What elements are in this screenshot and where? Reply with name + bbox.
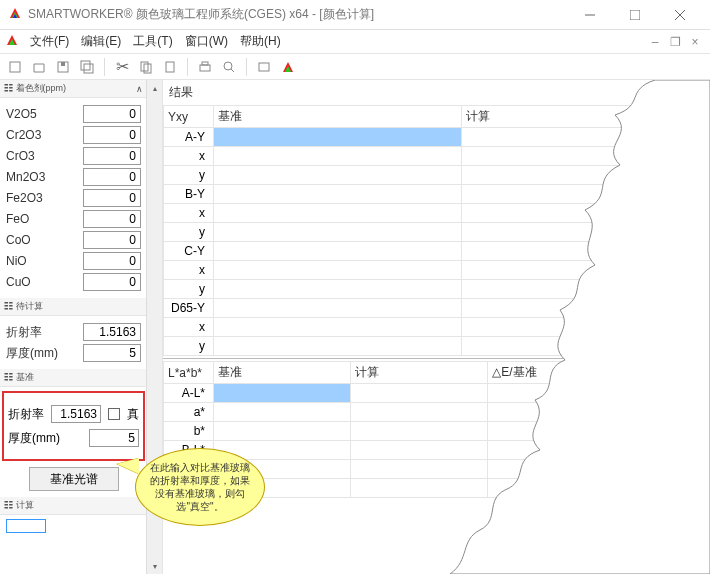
cell-calc[interactable] (462, 204, 710, 223)
table-row: x (164, 318, 710, 337)
toolbar-print-icon[interactable] (194, 56, 216, 78)
menu-help[interactable]: 帮助(H) (234, 31, 287, 52)
cell-base[interactable] (214, 242, 462, 261)
toolbar-preview-icon[interactable] (218, 56, 240, 78)
colorant-row: CoO (6, 231, 141, 249)
cell-calc[interactable] (351, 422, 488, 441)
colorant-input[interactable] (83, 189, 141, 207)
menu-window[interactable]: 窗口(W) (179, 31, 234, 52)
cell-base[interactable] (214, 280, 462, 299)
cell-base[interactable] (214, 384, 351, 403)
colorant-label: CrO3 (6, 149, 35, 163)
colorant-label: NiO (6, 254, 27, 268)
mdi-close-icon[interactable]: × (686, 34, 704, 50)
cell-calc[interactable] (351, 460, 488, 479)
cell-base[interactable] (214, 223, 462, 242)
cell-base[interactable] (214, 128, 462, 147)
cell-base[interactable] (214, 422, 351, 441)
colorant-input[interactable] (83, 105, 141, 123)
compute-field[interactable] (6, 519, 46, 533)
toolbar-save-icon[interactable] (52, 56, 74, 78)
cell-calc[interactable] (462, 147, 710, 166)
maximize-button[interactable] (612, 1, 657, 29)
cell-calc[interactable] (351, 441, 488, 460)
scroll-up-icon[interactable]: ▴ (147, 80, 162, 96)
cell-calc[interactable] (351, 403, 488, 422)
cell-base[interactable] (214, 261, 462, 280)
toolbar-cut-icon[interactable]: ✂ (111, 56, 133, 78)
cell-calc[interactable] (462, 318, 710, 337)
colorant-input[interactable] (83, 252, 141, 270)
colorant-input[interactable] (83, 126, 141, 144)
toolbar-new-icon[interactable] (4, 56, 26, 78)
menu-file[interactable]: 文件(F) (24, 31, 75, 52)
refraction-input[interactable] (83, 323, 141, 341)
menu-tools[interactable]: 工具(T) (127, 31, 178, 52)
cell-calc[interactable] (462, 280, 710, 299)
cell-de[interactable] (488, 479, 710, 498)
thickness-input[interactable] (83, 344, 141, 362)
svg-rect-13 (84, 64, 93, 73)
base-thickness-input[interactable] (89, 429, 139, 447)
svg-line-20 (231, 69, 234, 72)
cell-base[interactable] (214, 299, 462, 318)
cell-base[interactable] (214, 166, 462, 185)
menu-edit[interactable]: 编辑(E) (75, 31, 127, 52)
cell-calc[interactable] (462, 128, 710, 147)
colorant-input[interactable] (83, 147, 141, 165)
toolbar-copy-icon[interactable] (135, 56, 157, 78)
tocompute-panel-header[interactable]: ☷ 待计算 (0, 298, 147, 316)
table-row: a* (164, 403, 710, 422)
cell-de[interactable] (488, 441, 710, 460)
refraction-row: 折射率 (6, 323, 141, 341)
collapse-up-icon[interactable]: ∧ (136, 84, 143, 94)
cell-calc[interactable] (462, 337, 710, 356)
colorant-input[interactable] (83, 168, 141, 186)
cell-calc[interactable] (462, 185, 710, 204)
cell-calc[interactable] (462, 166, 710, 185)
mdi-minimize-icon[interactable]: – (646, 34, 664, 50)
table-row: y (164, 280, 710, 299)
scroll-down-icon[interactable]: ▾ (147, 558, 162, 574)
base-spectrum-button[interactable]: 基准光谱 (29, 467, 119, 491)
compute-panel-header[interactable]: ☷ 计算 (0, 497, 147, 515)
colorant-input[interactable] (83, 210, 141, 228)
yxy-table: Yxy基准计算A-YxyB-YxyC-YxyD65-Yxy (163, 105, 710, 356)
table-row: A-L* (164, 384, 710, 403)
toolbar-color-icon[interactable] (277, 56, 299, 78)
svg-rect-17 (200, 65, 210, 71)
cell-calc[interactable] (462, 242, 710, 261)
toolbar-window-icon[interactable] (253, 56, 275, 78)
cell-base[interactable] (214, 318, 462, 337)
minimize-button[interactable] (567, 1, 612, 29)
cell-base[interactable] (214, 204, 462, 223)
cell-calc[interactable] (462, 223, 710, 242)
cell-de[interactable] (488, 384, 710, 403)
toolbar-open-icon[interactable] (28, 56, 50, 78)
close-button[interactable] (657, 1, 702, 29)
row-header: y (164, 223, 214, 242)
cell-calc[interactable] (351, 384, 488, 403)
cell-base[interactable] (214, 185, 462, 204)
toolbar-saveall-icon[interactable] (76, 56, 98, 78)
vacuum-checkbox[interactable] (108, 408, 120, 420)
cell-calc[interactable] (462, 261, 710, 280)
cell-de[interactable] (488, 422, 710, 441)
cell-base[interactable] (214, 403, 351, 422)
cell-base[interactable] (214, 337, 462, 356)
cell-base[interactable] (214, 147, 462, 166)
colorant-input[interactable] (83, 231, 141, 249)
base-refraction-input[interactable] (51, 405, 101, 423)
cell-calc[interactable] (462, 299, 710, 318)
cell-calc[interactable] (351, 479, 488, 498)
base-panel-header[interactable]: ☷ 基准 (0, 369, 147, 387)
table-row: b* (164, 422, 710, 441)
colorant-label: Fe2O3 (6, 191, 43, 205)
mdi-restore-icon[interactable]: ❐ (666, 34, 684, 50)
cell-de[interactable] (488, 403, 710, 422)
colorant-input[interactable] (83, 273, 141, 291)
cell-de[interactable] (488, 460, 710, 479)
colorant-panel-header[interactable]: ☷ 着色剂(ppm) ∧ (0, 80, 147, 98)
toolbar-paste-icon[interactable] (159, 56, 181, 78)
result-label: 结果 (163, 80, 710, 105)
